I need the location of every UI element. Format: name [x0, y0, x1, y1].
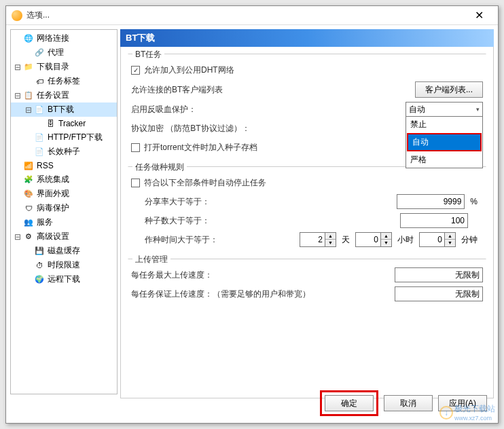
sidebar-item-11[interactable]: 🎨界面外观: [11, 187, 117, 201]
sidebar-item-0[interactable]: 🌐网络连接: [11, 31, 117, 45]
seeds-input[interactable]: [400, 213, 468, 228]
options-window: 选项... ✕ 🌐网络连接🔗代理⊟📁下载目录🏷任务标签⊟📋任务设置⊟📄BT下载🗄…: [5, 5, 499, 424]
sidebar-item-1[interactable]: 🔗代理: [11, 45, 117, 60]
ratio-label: 分享率大于等于：: [131, 196, 210, 208]
max-upload-input[interactable]: [395, 267, 483, 282]
tree-icon: 🌍: [34, 274, 45, 285]
titlebar: 选项... ✕: [6, 6, 498, 25]
footer-buttons: 确定 取消 应用(A): [320, 390, 487, 416]
bt-task-legend: BT任务: [132, 49, 164, 60]
expand-icon[interactable]: ⊟: [14, 91, 22, 100]
main-panel: BT下载 BT任务 ✓ 允许加入到公用DHT网络 允许连接的BT客户端列表 客户…: [120, 29, 494, 394]
tree-icon: 🧩: [23, 174, 34, 185]
sidebar-item-label: 时段限速: [48, 259, 80, 271]
dropdown-option-auto[interactable]: 自动: [407, 133, 482, 151]
tree-icon: 🗄: [45, 118, 56, 129]
stop-condition-label: 符合以下全部条件时自动停止任务: [144, 177, 266, 189]
sidebar-item-16[interactable]: ⏱时段限速: [11, 258, 117, 272]
hours-unit: 小时: [397, 234, 414, 246]
sidebar-item-6[interactable]: 🗄Tracker: [11, 117, 117, 130]
seedtime-label: 作种时间大于等于：: [131, 234, 218, 246]
sidebar-item-5[interactable]: ⊟📄BT下载: [11, 102, 117, 117]
sidebar-item-label: 磁盘缓存: [48, 245, 80, 257]
sidebar-item-2[interactable]: ⊟📁下载目录: [11, 60, 117, 74]
dropdown-value: 自动: [409, 104, 425, 115]
seed-rule-group: 任务做种规则 符合以下全部条件时自动停止任务 分享率大于等于： % 种子数大于等…: [128, 166, 486, 255]
dropdown-option-strict[interactable]: 严格: [406, 152, 482, 168]
days-unit: 天: [342, 234, 350, 246]
client-list-button[interactable]: 客户端列表...: [415, 81, 483, 98]
sidebar-item-7[interactable]: 📄HTTP/FTP下载: [11, 130, 117, 145]
seed-archive-checkbox[interactable]: [131, 143, 140, 152]
stop-condition-checkbox[interactable]: [131, 179, 140, 187]
tree-icon: 🏷: [34, 76, 45, 87]
sidebar-item-10[interactable]: 🧩系统集成: [11, 172, 117, 187]
tree-icon: 🎨: [23, 189, 34, 200]
sidebar-item-label: 网络连接: [37, 33, 69, 44]
guarantee-upload-label: 每任务保证上传速度：（需要足够的用户和带宽）: [131, 288, 310, 300]
sidebar-item-label: BT下载: [48, 104, 74, 115]
sidebar-item-label: 长效种子: [48, 146, 80, 157]
sidebar-item-label: 服务: [37, 217, 53, 228]
panel-body: BT任务 ✓ 允许加入到公用DHT网络 允许连接的BT客户端列表 客户端列表..…: [120, 47, 494, 398]
max-upload-label: 每任务最大上传速度：: [131, 269, 213, 281]
tree-icon: 👥: [23, 217, 34, 228]
dropdown-list: 禁止 自动 严格: [406, 117, 483, 168]
dht-checkbox[interactable]: ✓: [131, 66, 140, 75]
ok-button[interactable]: 确定: [325, 395, 374, 411]
sidebar-item-label: RSS: [37, 161, 54, 170]
leech-protect-label: 启用反吸血保护：: [131, 104, 196, 115]
app-icon: [12, 10, 22, 21]
content-area: 🌐网络连接🔗代理⊟📁下载目录🏷任务标签⊟📋任务设置⊟📄BT下载🗄Tracker📄…: [6, 25, 498, 398]
encrypt-label: 协议加密 （防范BT协议过滤）：: [131, 123, 250, 134]
sidebar-item-label: 下载目录: [37, 61, 69, 73]
sidebar-item-12[interactable]: 🛡病毒保护: [11, 201, 117, 215]
ratio-input[interactable]: [397, 194, 465, 209]
hours-spinner[interactable]: ▲▼: [355, 232, 392, 247]
sidebar-item-9[interactable]: 📶RSS: [11, 159, 117, 172]
dropdown-option-forbid[interactable]: 禁止: [406, 117, 482, 132]
sidebar-item-label: 系统集成: [37, 174, 69, 185]
sidebar-item-label: 界面外观: [37, 188, 69, 200]
expand-icon[interactable]: ⊟: [24, 105, 33, 115]
mins-unit: 分钟: [461, 234, 478, 246]
client-list-label: 允许连接的BT客户端列表: [131, 84, 223, 96]
sidebar-item-3[interactable]: 🏷任务标签: [11, 74, 117, 88]
sidebar-item-label: HTTP/FTP下载: [48, 132, 103, 143]
panel-title: BT下载: [120, 29, 494, 47]
tree-icon: 🛡: [23, 203, 34, 214]
expand-icon[interactable]: ⊟: [14, 232, 22, 242]
sidebar-item-4[interactable]: ⊟📋任务设置: [11, 88, 117, 102]
tree-icon: ⏱: [34, 260, 45, 271]
sidebar-item-label: 任务设置: [37, 90, 69, 101]
tree-icon: 💾: [34, 246, 45, 257]
tree-icon: 🔗: [34, 48, 45, 58]
chevron-down-icon: ▾: [476, 106, 480, 113]
sidebar-item-label: 高级设置: [37, 231, 69, 242]
guarantee-upload-input[interactable]: [395, 286, 483, 301]
tree-icon: 🌐: [23, 33, 34, 44]
seed-rule-legend: 任务做种规则: [132, 162, 187, 173]
cancel-button[interactable]: 取消: [384, 395, 433, 411]
sidebar-item-label: 代理: [48, 47, 64, 58]
upload-legend: 上传管理: [132, 254, 170, 265]
tree-icon: 📶: [23, 160, 34, 171]
sidebar-item-14[interactable]: ⊟⚙高级设置: [11, 229, 117, 244]
close-button[interactable]: ✕: [465, 7, 492, 24]
leech-protect-dropdown[interactable]: 自动 ▾ 禁止 自动 严格: [406, 102, 483, 117]
tree-icon: 📄: [34, 132, 45, 143]
sidebar-item-label: 任务标签: [48, 75, 80, 87]
days-spinner[interactable]: ▲▼: [300, 232, 336, 247]
sidebar-item-17[interactable]: 🌍远程下载: [11, 272, 117, 286]
sidebar-item-15[interactable]: 💾磁盘缓存: [11, 244, 117, 258]
sidebar-item-8[interactable]: 📄长效种子: [11, 145, 117, 159]
apply-button[interactable]: 应用(A): [438, 395, 487, 411]
ok-highlight: 确定: [320, 390, 378, 416]
tree-icon: 📋: [23, 90, 34, 101]
mins-spinner[interactable]: ▲▼: [419, 232, 456, 247]
sidebar-tree[interactable]: 🌐网络连接🔗代理⊟📁下载目录🏷任务标签⊟📋任务设置⊟📄BT下载🗄Tracker📄…: [10, 29, 118, 394]
seeds-label: 种子数大于等于：: [131, 215, 210, 227]
sidebar-item-13[interactable]: 👥服务: [11, 215, 117, 229]
expand-icon[interactable]: ⊟: [14, 62, 22, 72]
dht-label: 允许加入到公用DHT网络: [144, 64, 234, 76]
